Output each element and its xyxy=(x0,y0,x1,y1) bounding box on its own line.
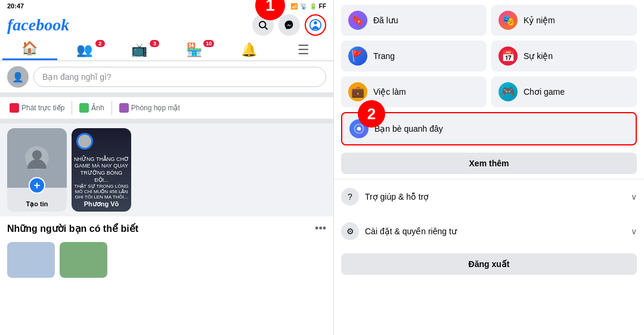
story-user-avatar xyxy=(76,133,93,150)
svg-point-3 xyxy=(314,21,317,25)
user-story-card[interactable]: NHỮNG THẰNG CHƠ GAME MÀ NAY QUAY TRƯỜNG … xyxy=(72,128,131,212)
create-story-label: Tạo tin xyxy=(7,200,67,208)
memory-icon: 🎭 xyxy=(499,11,518,30)
menu-item-event[interactable]: 📅 Sự kiện xyxy=(491,41,637,72)
help-section: ? Trợ giúp & hỗ trợ ∨ xyxy=(334,179,644,214)
profile-circle-button[interactable] xyxy=(305,14,326,36)
game-label: Chơi game xyxy=(524,87,565,97)
settings-icon: ⚙ xyxy=(341,222,359,240)
help-chevron-icon: ∨ xyxy=(631,192,637,201)
battery-icon: 🔋 xyxy=(309,3,317,10)
settings-chevron-icon: ∨ xyxy=(631,227,637,236)
status-label: FF xyxy=(319,3,326,10)
fb-logo: facebook xyxy=(7,15,69,35)
home-icon: 🏠 xyxy=(21,41,38,56)
stories-section: + Tạo tin NHỮNG THẰNG CHƠ GAME MÀ NAY QU… xyxy=(0,123,333,216)
phone-panel: 20:47 📶 📡 🔋 FF facebook 1 xyxy=(0,0,334,335)
see-more-button[interactable]: Xem thêm xyxy=(341,153,637,174)
memory-label: Kỷ niệm xyxy=(524,15,555,25)
settings-section-left: ⚙ Cài đặt & quyền riêng tư xyxy=(341,222,457,240)
story-image: NHỮNG THẰNG CHƠ GAME MÀ NAY QUAY TRƯỜNG … xyxy=(72,128,131,212)
video-icon: 📺 xyxy=(131,42,147,58)
nav-video[interactable]: 3 📺 xyxy=(112,38,167,60)
annotation-2: 2 xyxy=(358,100,385,128)
live-icon xyxy=(10,103,19,113)
page-icon: 🚩 xyxy=(348,46,367,66)
menu-grid: 🔖 Đã lưu 🎭 Kỷ niệm 🚩 Trang 📅 Sự kiện 💼 V… xyxy=(334,5,644,112)
help-section-header[interactable]: ? Trợ giúp & hỗ trợ ∨ xyxy=(341,184,637,209)
room-button[interactable]: Phòng họp mặt xyxy=(114,100,185,116)
help-icon: ? xyxy=(341,188,359,206)
help-label: Trợ giúp & hỗ trợ xyxy=(365,192,429,201)
friends-badge: 2 xyxy=(95,40,105,47)
fb-header: facebook 1 xyxy=(0,12,333,36)
user-story-label: Phương Võ xyxy=(72,200,131,208)
nav-bar: 🏠 2 👥 3 📺 10 🏪 🔔 ☰ xyxy=(0,36,333,61)
people-section: Những người bạn có thể biết ••• xyxy=(0,216,333,237)
page-label: Trang xyxy=(373,51,395,61)
messenger-button[interactable] xyxy=(278,14,300,36)
photo-icon xyxy=(79,103,89,113)
svg-point-0 xyxy=(259,21,266,28)
suggestion-1 xyxy=(7,242,55,278)
room-icon xyxy=(119,103,129,113)
video-badge: 3 xyxy=(150,40,159,47)
status-icons: 📶 📡 🔋 FF xyxy=(290,3,326,10)
settings-label: Cài đặt & quyền riêng tư xyxy=(365,227,457,236)
logout-button[interactable]: Đăng xuất xyxy=(341,253,637,275)
menu-item-page[interactable]: 🚩 Trang xyxy=(341,41,487,72)
nearby-label: Bạn bè quanh đây xyxy=(374,124,443,134)
saved-label: Đã lưu xyxy=(373,15,398,25)
status-time: 20:47 xyxy=(7,2,24,10)
nav-notifications[interactable]: 🔔 xyxy=(221,38,276,60)
suggestion-2 xyxy=(60,242,107,278)
event-label: Sự kiện xyxy=(524,51,553,61)
people-more-button[interactable]: ••• xyxy=(315,222,326,235)
bell-icon: 🔔 xyxy=(241,42,257,58)
menu-item-saved[interactable]: 🔖 Đã lưu xyxy=(341,5,487,36)
nav-marketplace[interactable]: 10 🏪 xyxy=(166,38,221,60)
menu-item-game[interactable]: 🎮 Chơi game xyxy=(491,76,637,107)
menu-item-memory[interactable]: 🎭 Kỷ niệm xyxy=(491,5,637,36)
post-input[interactable]: Bạn đang nghĩ gì? xyxy=(33,67,326,87)
people-title: Những người bạn có thể biết xyxy=(7,223,138,234)
settings-section-header[interactable]: ⚙ Cài đặt & quyền riêng tư ∨ xyxy=(341,219,637,244)
friends-icon: 👥 xyxy=(76,42,92,58)
svg-point-5 xyxy=(32,150,42,160)
menu-item-nearby[interactable]: Bạn bè quanh đây xyxy=(341,112,637,145)
menu-icon: ☰ xyxy=(298,42,309,58)
post-box: 👤 Bạn đang nghĩ gì? xyxy=(0,61,333,97)
svg-line-1 xyxy=(265,27,267,29)
job-icon: 💼 xyxy=(348,82,367,101)
nav-friends[interactable]: 2 👥 xyxy=(57,38,112,60)
event-icon: 📅 xyxy=(499,46,518,66)
game-icon: 🎮 xyxy=(499,82,518,101)
user-avatar: 👤 xyxy=(7,66,29,88)
create-story-card[interactable]: + Tạo tin xyxy=(7,128,67,212)
job-label: Việc làm xyxy=(373,87,406,97)
help-section-left: ? Trợ giúp & hỗ trợ xyxy=(341,188,429,206)
saved-icon: 🔖 xyxy=(348,11,367,30)
divider-2 xyxy=(112,101,112,115)
action-bar: Phát trực tiếp Ảnh Phòng họp mặt xyxy=(0,97,333,123)
menu-panel: 🔖 Đã lưu 🎭 Kỷ niệm 🚩 Trang 📅 Sự kiện 💼 V… xyxy=(334,0,644,335)
photo-button[interactable]: Ảnh xyxy=(75,100,109,116)
marketplace-badge: 10 xyxy=(203,40,214,47)
fb-header-icons: 1 xyxy=(252,14,326,36)
nav-home[interactable]: 🏠 xyxy=(2,36,57,60)
settings-section: ⚙ Cài đặt & quyền riêng tư ∨ xyxy=(334,219,644,249)
svg-point-8 xyxy=(358,128,360,129)
signal-icon: 📶 xyxy=(290,3,298,10)
marketplace-icon: 🏪 xyxy=(186,42,202,58)
story-plus-icon: + xyxy=(29,177,45,194)
stories-grid: + Tạo tin NHỮNG THẰNG CHƠ GAME MÀ NAY QU… xyxy=(7,128,326,212)
wifi-icon: 📡 xyxy=(300,3,307,10)
divider xyxy=(72,101,72,115)
live-button[interactable]: Phát trực tiếp xyxy=(5,100,69,116)
nav-menu[interactable]: ☰ xyxy=(276,38,331,60)
